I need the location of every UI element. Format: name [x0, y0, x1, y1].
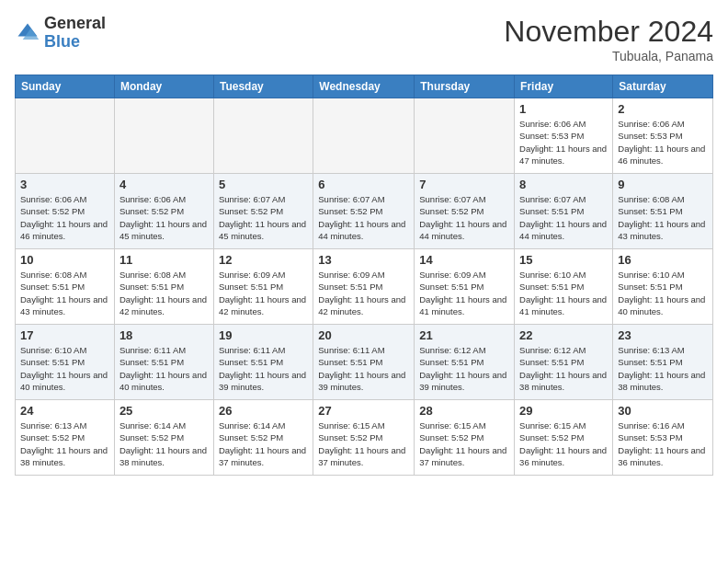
- day-number: 14: [419, 253, 509, 267]
- calendar-cell: [16, 98, 115, 174]
- day-number: 7: [419, 178, 509, 191]
- day-info: Sunrise: 6:08 AMSunset: 5:51 PMDaylight:…: [20, 269, 109, 317]
- header: General Blue November 2024 Tubuala, Pana…: [15, 15, 713, 63]
- day-info: Sunrise: 6:10 AMSunset: 5:51 PMDaylight:…: [20, 344, 109, 393]
- calendar-cell: 19Sunrise: 6:11 AMSunset: 5:51 PMDayligh…: [213, 325, 313, 400]
- day-info: Sunrise: 6:16 AMSunset: 5:53 PMDaylight:…: [618, 419, 708, 468]
- day-number: 25: [119, 404, 209, 418]
- weekday-header-thursday: Thursday: [415, 75, 515, 98]
- day-number: 23: [618, 328, 708, 342]
- location-subtitle: Tubuala, Panama: [504, 49, 713, 63]
- calendar-cell: 11Sunrise: 6:08 AMSunset: 5:51 PMDayligh…: [114, 249, 213, 325]
- month-title: November 2024: [504, 15, 713, 49]
- day-info: Sunrise: 6:09 AMSunset: 5:51 PMDaylight:…: [419, 269, 509, 317]
- calendar-cell: 22Sunrise: 6:12 AMSunset: 5:51 PMDayligh…: [515, 325, 613, 400]
- calendar-cell: [313, 98, 415, 174]
- day-number: 21: [419, 328, 509, 342]
- day-number: 12: [219, 253, 308, 267]
- calendar-cell: 16Sunrise: 6:10 AMSunset: 5:51 PMDayligh…: [613, 249, 713, 325]
- calendar-cell: 10Sunrise: 6:08 AMSunset: 5:51 PMDayligh…: [16, 249, 115, 325]
- calendar-cell: 4Sunrise: 6:06 AMSunset: 5:52 PMDaylight…: [114, 174, 213, 249]
- day-number: 10: [20, 253, 109, 267]
- calendar-cell: 1Sunrise: 6:06 AMSunset: 5:53 PMDaylight…: [515, 98, 613, 174]
- day-number: 4: [119, 178, 209, 191]
- day-number: 29: [519, 404, 608, 418]
- calendar-cell: 29Sunrise: 6:15 AMSunset: 5:52 PMDayligh…: [515, 400, 613, 476]
- day-number: 15: [519, 253, 608, 267]
- calendar-cell: 12Sunrise: 6:09 AMSunset: 5:51 PMDayligh…: [213, 249, 313, 325]
- day-info: Sunrise: 6:11 AMSunset: 5:51 PMDaylight:…: [119, 344, 209, 393]
- day-number: 22: [519, 328, 608, 342]
- day-info: Sunrise: 6:11 AMSunset: 5:51 PMDaylight:…: [219, 344, 308, 393]
- day-number: 28: [419, 404, 509, 418]
- calendar-cell: 6Sunrise: 6:07 AMSunset: 5:52 PMDaylight…: [313, 174, 415, 249]
- day-info: Sunrise: 6:09 AMSunset: 5:51 PMDaylight:…: [318, 269, 409, 317]
- weekday-header-sunday: Sunday: [16, 75, 115, 98]
- day-number: 30: [618, 404, 708, 418]
- day-info: Sunrise: 6:07 AMSunset: 5:52 PMDaylight:…: [318, 193, 409, 242]
- day-number: 2: [618, 102, 708, 116]
- day-info: Sunrise: 6:08 AMSunset: 5:51 PMDaylight:…: [618, 193, 708, 242]
- calendar-cell: 26Sunrise: 6:14 AMSunset: 5:52 PMDayligh…: [213, 400, 313, 476]
- day-info: Sunrise: 6:12 AMSunset: 5:51 PMDaylight:…: [519, 344, 608, 393]
- day-number: 16: [618, 253, 708, 267]
- calendar-cell: 24Sunrise: 6:13 AMSunset: 5:52 PMDayligh…: [16, 400, 115, 476]
- calendar-week-row: 3Sunrise: 6:06 AMSunset: 5:52 PMDaylight…: [16, 174, 713, 249]
- title-block: November 2024 Tubuala, Panama: [504, 15, 713, 63]
- day-info: Sunrise: 6:10 AMSunset: 5:51 PMDaylight:…: [519, 269, 608, 317]
- calendar-cell: 27Sunrise: 6:15 AMSunset: 5:52 PMDayligh…: [313, 400, 415, 476]
- calendar-table: SundayMondayTuesdayWednesdayThursdayFrid…: [15, 75, 713, 476]
- day-info: Sunrise: 6:06 AMSunset: 5:53 PMDaylight:…: [519, 118, 608, 167]
- day-number: 19: [219, 328, 308, 342]
- day-info: Sunrise: 6:07 AMSunset: 5:52 PMDaylight:…: [219, 193, 308, 242]
- logo-blue-text: Blue: [44, 32, 80, 51]
- day-info: Sunrise: 6:10 AMSunset: 5:51 PMDaylight:…: [618, 269, 708, 317]
- weekday-header-row: SundayMondayTuesdayWednesdayThursdayFrid…: [16, 75, 713, 98]
- weekday-header-tuesday: Tuesday: [213, 75, 313, 98]
- calendar-cell: [114, 98, 213, 174]
- logo-general-text: General: [44, 14, 106, 32]
- weekday-header-monday: Monday: [114, 75, 213, 98]
- day-number: 13: [318, 253, 409, 267]
- day-number: 17: [20, 328, 109, 342]
- day-info: Sunrise: 6:06 AMSunset: 5:52 PMDaylight:…: [20, 193, 109, 242]
- calendar-cell: [415, 98, 515, 174]
- day-info: Sunrise: 6:07 AMSunset: 5:51 PMDaylight:…: [519, 193, 608, 242]
- logo-icon: [15, 20, 40, 46]
- day-info: Sunrise: 6:06 AMSunset: 5:53 PMDaylight:…: [618, 118, 708, 167]
- day-info: Sunrise: 6:13 AMSunset: 5:52 PMDaylight:…: [20, 419, 109, 468]
- calendar-cell: 28Sunrise: 6:15 AMSunset: 5:52 PMDayligh…: [415, 400, 515, 476]
- calendar-cell: 14Sunrise: 6:09 AMSunset: 5:51 PMDayligh…: [415, 249, 515, 325]
- day-number: 20: [318, 328, 409, 342]
- day-info: Sunrise: 6:15 AMSunset: 5:52 PMDaylight:…: [519, 419, 608, 468]
- day-number: 1: [519, 102, 608, 116]
- calendar-week-row: 1Sunrise: 6:06 AMSunset: 5:53 PMDaylight…: [16, 98, 713, 174]
- calendar-cell: 3Sunrise: 6:06 AMSunset: 5:52 PMDaylight…: [16, 174, 115, 249]
- calendar-cell: 30Sunrise: 6:16 AMSunset: 5:53 PMDayligh…: [613, 400, 713, 476]
- day-info: Sunrise: 6:15 AMSunset: 5:52 PMDaylight:…: [318, 419, 409, 468]
- weekday-header-saturday: Saturday: [613, 75, 713, 98]
- calendar-cell: 8Sunrise: 6:07 AMSunset: 5:51 PMDaylight…: [515, 174, 613, 249]
- day-number: 5: [219, 178, 308, 191]
- calendar-cell: 25Sunrise: 6:14 AMSunset: 5:52 PMDayligh…: [114, 400, 213, 476]
- day-info: Sunrise: 6:12 AMSunset: 5:51 PMDaylight:…: [419, 344, 509, 393]
- day-number: 9: [618, 178, 708, 191]
- day-info: Sunrise: 6:11 AMSunset: 5:51 PMDaylight:…: [318, 344, 409, 393]
- day-number: 11: [119, 253, 209, 267]
- page: General Blue November 2024 Tubuala, Pana…: [0, 0, 728, 485]
- weekday-header-wednesday: Wednesday: [313, 75, 415, 98]
- day-number: 6: [318, 178, 409, 191]
- calendar-cell: 23Sunrise: 6:13 AMSunset: 5:51 PMDayligh…: [613, 325, 713, 400]
- day-info: Sunrise: 6:07 AMSunset: 5:52 PMDaylight:…: [419, 193, 509, 242]
- day-info: Sunrise: 6:15 AMSunset: 5:52 PMDaylight:…: [419, 419, 509, 468]
- calendar-cell: 2Sunrise: 6:06 AMSunset: 5:53 PMDaylight…: [613, 98, 713, 174]
- calendar-cell: 20Sunrise: 6:11 AMSunset: 5:51 PMDayligh…: [313, 325, 415, 400]
- day-number: 27: [318, 404, 409, 418]
- calendar-cell: 15Sunrise: 6:10 AMSunset: 5:51 PMDayligh…: [515, 249, 613, 325]
- calendar-cell: 13Sunrise: 6:09 AMSunset: 5:51 PMDayligh…: [313, 249, 415, 325]
- day-number: 26: [219, 404, 308, 418]
- calendar-cell: 17Sunrise: 6:10 AMSunset: 5:51 PMDayligh…: [16, 325, 115, 400]
- calendar-week-row: 10Sunrise: 6:08 AMSunset: 5:51 PMDayligh…: [16, 249, 713, 325]
- day-info: Sunrise: 6:08 AMSunset: 5:51 PMDaylight:…: [119, 269, 209, 317]
- day-info: Sunrise: 6:13 AMSunset: 5:51 PMDaylight:…: [618, 344, 708, 393]
